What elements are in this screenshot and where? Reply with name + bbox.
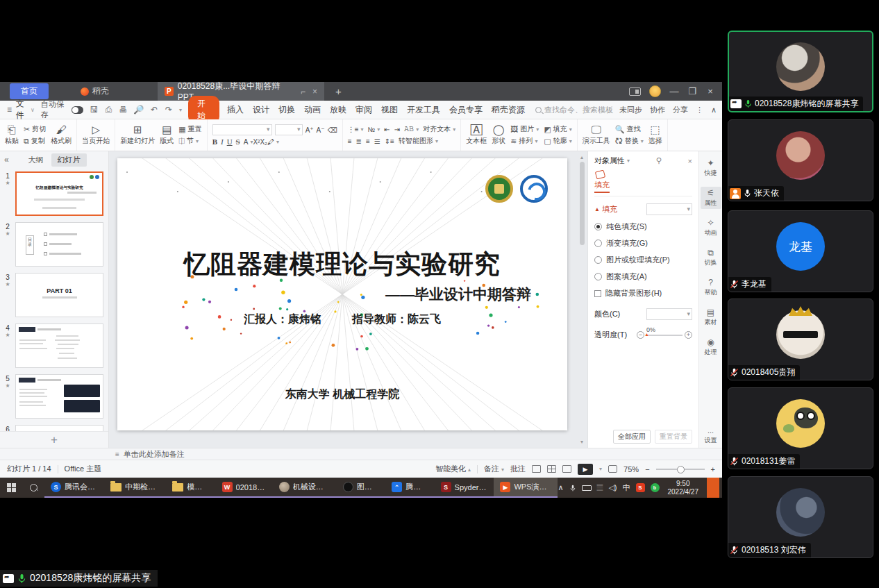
tray-green-icon[interactable]: b <box>651 483 660 492</box>
paste-button[interactable]: ⎗粘贴 <box>5 124 19 146</box>
participant-tile-6[interactable]: 02018513 刘宏伟 <box>728 476 873 558</box>
taskbar-app-spyder[interactable]: SSpyder (Py... <box>435 478 494 498</box>
slide-thumb-3[interactable]: 3★ PART 01 <box>0 273 103 317</box>
save-icon[interactable]: 🖫 <box>90 105 98 115</box>
menu-tab-view[interactable]: 视图 <box>380 104 399 116</box>
menu-tab-insert[interactable]: 插入 <box>226 104 245 116</box>
split-view-icon[interactable] <box>629 87 641 96</box>
minimize-button[interactable]: — <box>669 86 679 96</box>
taskbar-search-button[interactable] <box>23 478 44 498</box>
taskbar-clock[interactable]: 9:50 2022/4/27 <box>665 480 702 496</box>
taskbar-app-meeting2[interactable]: ⌃腾讯会议 <box>385 478 434 498</box>
comment-button[interactable]: 批注 <box>510 464 526 474</box>
strike-button[interactable]: S <box>236 137 240 146</box>
line-spacing-button[interactable]: ⇕≡ <box>385 136 394 146</box>
zoom-in-icon[interactable]: + <box>711 465 715 473</box>
more-caret-icon[interactable]: ▾ <box>179 107 182 113</box>
tab-slides[interactable]: 幻灯片 <box>51 153 87 167</box>
fit-page-icon[interactable] <box>608 465 617 473</box>
participant-tile-1[interactable]: 02018528康炜铭的屏幕共享 <box>728 31 873 112</box>
undo-icon[interactable]: ↶ <box>150 105 158 115</box>
notes-bar[interactable]: ≡ 单击此处添加备注 <box>0 448 722 460</box>
beautify-button[interactable]: 智能美化 ▴ <box>435 464 471 474</box>
slide-title[interactable]: 忆阻器建模理论与实验研究 <box>117 247 567 282</box>
reset-button[interactable]: ▦重置 <box>178 124 201 134</box>
slider-minus-icon[interactable]: − <box>637 331 644 339</box>
fill-button[interactable]: ◩填充▾ <box>544 124 571 134</box>
normal-view-icon[interactable] <box>532 465 541 473</box>
color-select[interactable] <box>646 308 692 320</box>
play-from-page-button[interactable]: ▷当页开始 <box>82 124 110 146</box>
sorter-view-icon[interactable] <box>547 465 556 473</box>
read-view-icon[interactable] <box>562 465 571 473</box>
sogou-icon[interactable]: S <box>636 483 645 492</box>
editing-canvas[interactable]: 忆阻器建模理论与实验研究 ——毕业设计中期答辩 汇报人：康炜铭指导教师：陈云飞 … <box>109 151 587 448</box>
new-slide-button[interactable]: ⊞新建幻灯片 <box>120 124 155 146</box>
font-shrink-button[interactable]: A⁻ <box>317 124 325 135</box>
taskbar-end-block[interactable] <box>707 478 719 498</box>
menu-tab-docer-res[interactable]: 稻壳资源 <box>490 104 526 116</box>
slide-thumbnail-list[interactable]: 1★ 忆阻器建模理论与实验研究 2★ 目录 <box>0 168 108 431</box>
strip-item-process[interactable]: ◉处理 <box>701 336 721 358</box>
outdent-button[interactable]: ⇤ <box>384 124 390 134</box>
replace-button[interactable]: 🗘替换▾ <box>615 136 644 146</box>
tab-close-icon[interactable]: × <box>312 87 317 96</box>
fill-preset-select[interactable] <box>646 203 692 215</box>
menu-tab-member[interactable]: 会员专享 <box>448 104 484 116</box>
numbering-button[interactable]: №▾ <box>368 124 380 134</box>
tray-mic-icon[interactable] <box>569 483 576 493</box>
apply-all-button[interactable]: 全部应用 <box>613 430 651 444</box>
collapse-panel-icon[interactable]: « <box>4 155 9 165</box>
font-size-select[interactable] <box>275 124 303 135</box>
font-color-button[interactable]: A▾ <box>244 138 253 146</box>
italic-button[interactable]: I <box>221 137 224 146</box>
layout-button[interactable]: ▤版式 <box>160 124 174 146</box>
slide-thumb-2[interactable]: 2★ 目录 <box>0 222 103 267</box>
autosave-toggle[interactable] <box>72 106 83 114</box>
participant-tile-4[interactable]: 02018405贵翔 <box>728 299 873 380</box>
redo-icon[interactable]: ↷ <box>165 105 173 115</box>
taskbar-app-folder-model[interactable]: 模型建立 <box>166 478 215 498</box>
strip-item-help[interactable]: ?帮助 <box>701 276 721 299</box>
scroll-down-icon[interactable]: ▾ <box>580 439 583 445</box>
strip-settings[interactable]: ⋯ 设置 <box>705 429 717 445</box>
preview-icon[interactable]: 🔎 <box>133 105 144 115</box>
taskbar-app-qq-group[interactable]: 机械设计1组... <box>273 478 337 498</box>
bold-button[interactable]: B <box>212 137 217 146</box>
taskbar-app-folder-midterm[interactable]: 中期检查资料 <box>104 478 166 498</box>
scroll-up-icon[interactable]: ▴ <box>580 154 583 160</box>
fill-tab[interactable]: 填充 <box>594 171 692 196</box>
account-avatar[interactable] <box>649 85 661 97</box>
speaker-icon[interactable]: ◁) <box>608 483 617 492</box>
zoom-percent[interactable]: 75% <box>623 465 639 473</box>
sync-status[interactable]: 未同步 <box>619 105 642 115</box>
new-tab-button[interactable]: + <box>335 85 342 97</box>
tab-home[interactable]: 首页 <box>10 83 49 99</box>
participant-tile-2[interactable]: 张天依 <box>728 119 873 201</box>
strip-item-animation[interactable]: ✧动画 <box>701 217 721 239</box>
taskbar-app-image-viewer[interactable]: 图片查看 <box>337 478 385 498</box>
notes-button[interactable]: 备注 ▾ <box>484 464 504 474</box>
option-hide-background[interactable]: 隐藏背景图形(H) <box>594 288 692 299</box>
participant-tile-5[interactable]: 02018131姜雷 <box>728 387 873 469</box>
vertical-scrollbar[interactable]: ▴ ▾ <box>578 154 585 445</box>
shapes-button[interactable]: ◯形状 <box>492 124 505 146</box>
taskbar-app-wps-writer[interactable]: W02018528... <box>216 478 273 498</box>
collab-button[interactable]: 协作 <box>650 105 665 115</box>
tab-eye-icon[interactable]: ⌐ <box>301 87 305 96</box>
menu-tab-devtools[interactable]: 开发工具 <box>405 104 442 116</box>
select-button[interactable]: ⬚选择 <box>648 124 662 146</box>
menu-tab-design[interactable]: 设计 <box>251 104 271 116</box>
print-icon[interactable]: 🖶 <box>119 105 127 115</box>
picture-button[interactable]: 🖼图片▾ <box>510 124 539 134</box>
ime-indicator[interactable]: 中 <box>623 482 630 493</box>
slide-school-line[interactable]: 东南大学 机械工程学院 <box>117 387 567 402</box>
slide-thumb-1[interactable]: 1★ 忆阻器建模理论与实验研究 <box>0 171 103 216</box>
present-tools-button[interactable]: 🖵演示工具 <box>583 124 610 146</box>
tab-document[interactable]: P 02018528康...毕设中期答辩PPT ⌐ × <box>158 82 324 101</box>
arrange-button[interactable]: ≋排列▾ <box>510 136 539 146</box>
menu-tab-transition[interactable]: 切换 <box>277 104 296 116</box>
justify-button[interactable]: ☰ <box>374 136 380 146</box>
format-painter-button[interactable]: 🖌格式刷 <box>51 124 72 146</box>
option-picture-fill[interactable]: 图片或纹理填充(P) <box>594 255 692 265</box>
